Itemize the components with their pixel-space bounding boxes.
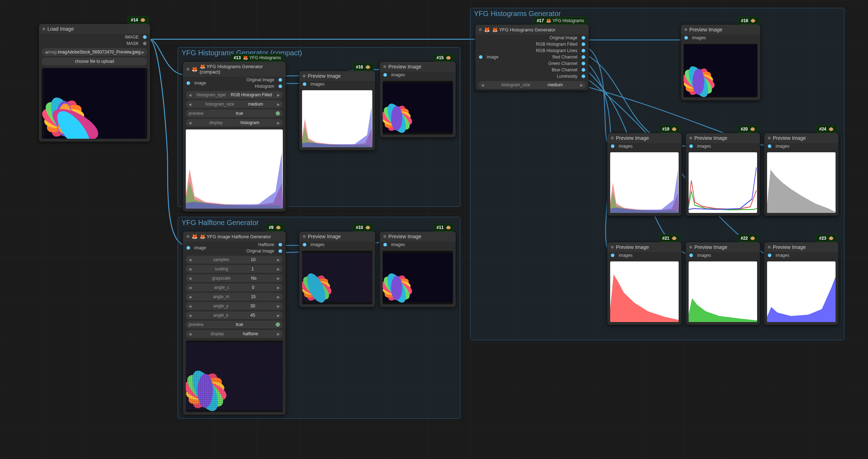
compact-widget-histogram_type[interactable]: ◀histogram_typeRGB Histogram Filled▶ xyxy=(186,91,283,99)
badge-9: #9🐵 xyxy=(266,224,284,231)
hist-size-widget[interactable]: ◀ histogram_size medium ▶ xyxy=(478,81,586,89)
arrow-right-icon[interactable]: ▶ xyxy=(277,286,280,290)
arrow-left-icon[interactable]: ◀ xyxy=(189,121,192,125)
node-preview-10[interactable]: #10🐵 Preview Image images xyxy=(299,231,376,307)
node-preview-24[interactable]: #24🐵 Preview Image images xyxy=(764,133,839,216)
arrow-left-icon[interactable]: ◀ xyxy=(189,304,192,308)
port-out-mask[interactable] xyxy=(143,42,147,45)
badge-11: #11🐵 xyxy=(433,224,454,231)
out-halftone[interactable]: Halftone xyxy=(243,241,286,248)
halftone-widget-preview[interactable]: previewtrue xyxy=(186,321,283,328)
file-selector[interactable]: ◀ imag imagAdobeStock_569372470_Preview.… xyxy=(42,48,147,56)
out-original[interactable]: Original Image xyxy=(243,248,286,254)
node-hist-gen[interactable]: #17🦊 YFG Histograms 🦊🦊 YFG Histograms Ge… xyxy=(475,24,589,91)
halftone-widget-grayscale[interactable]: ◀grayscaleNo▶ xyxy=(186,274,283,282)
output-image[interactable]: IMAGE xyxy=(39,34,150,40)
arrow-left-icon[interactable]: ◀ xyxy=(189,332,192,336)
arrow-left-icon[interactable]: ◀ xyxy=(189,102,192,106)
arrow-left-icon[interactable]: ◀ xyxy=(189,276,192,280)
svg-rect-12 xyxy=(302,90,372,147)
node-compact-gen[interactable]: #13 🦊 YFG Histograms 🦊 🦊 YFG Histograms … xyxy=(183,61,286,212)
compact-widget-preview[interactable]: previewtrue xyxy=(186,109,283,117)
node-preview-16[interactable]: #16🐵 Preview Image images xyxy=(299,71,376,151)
halftone-preview xyxy=(186,341,283,412)
node-preview-19[interactable]: #19🐵 Preview Image images xyxy=(607,133,682,216)
out-rgb-histogram-lines[interactable]: RGB Histogram Lines xyxy=(532,47,589,54)
arrow-left-icon[interactable]: ◀ xyxy=(189,313,192,317)
fox-icon: 🦊 xyxy=(192,234,198,239)
toggle-ball[interactable] xyxy=(276,322,280,327)
canvas[interactable]: YFG Histograms Generator (compact) YFG H… xyxy=(0,0,868,459)
node-preview-20[interactable]: #20🐵 Preview Image images xyxy=(685,133,760,216)
compact-hist-preview xyxy=(186,129,283,209)
in-images-16[interactable]: images xyxy=(299,81,375,87)
svg-rect-55 xyxy=(610,152,679,213)
arrow-right-icon[interactable]: ▶ xyxy=(277,276,280,280)
node-preview-11[interactable]: #11🐵 Preview Image images xyxy=(379,231,456,307)
arrow-left-icon[interactable]: ◀ xyxy=(189,286,192,290)
in-image[interactable]: image xyxy=(183,241,210,254)
node-halftone-gen[interactable]: #9🐵 🦊🦊 YFG Image Halftone Generator imag… xyxy=(183,231,286,415)
out-luminosity[interactable]: Luminosity xyxy=(532,73,589,80)
node-compact-header[interactable]: 🦊 🦊 YFG Histograms Generator (compact) xyxy=(183,62,286,77)
upload-button[interactable]: choose file to upload xyxy=(42,57,147,65)
halftone-widget-display[interactable]: ◀displayhalftone▶ xyxy=(186,330,283,338)
halftone-widget-angle_k[interactable]: ◀angle_k45▶ xyxy=(186,311,283,319)
halftone-widget-angle_m[interactable]: ◀angle_m15▶ xyxy=(186,293,283,301)
node-preview-18[interactable]: #18🐵 Preview Image images xyxy=(680,24,761,101)
svg-rect-56 xyxy=(689,152,757,213)
halftone-widget-angle_c[interactable]: ◀angle_c0▶ xyxy=(186,284,283,291)
halftone-widget-angle_y[interactable]: ◀angle_y30▶ xyxy=(186,302,283,310)
svg-point-54 xyxy=(693,69,704,95)
arrow-left-icon[interactable]: ◀ xyxy=(45,50,47,54)
arrow-right-icon[interactable]: ▶ xyxy=(277,332,280,336)
compact-widget-display[interactable]: ◀displayhistogram▶ xyxy=(186,119,283,127)
compact-title: 🦊 YFG Histograms Generator (compact) xyxy=(200,64,282,75)
halftone-widget-scaling[interactable]: ◀scaling1▶ xyxy=(186,265,283,273)
badge-13: #13 🦊 YFG Histograms xyxy=(230,54,284,62)
out-red-channel[interactable]: Red Channel xyxy=(532,54,589,60)
collapse-dot[interactable] xyxy=(42,27,45,30)
arrow-left-icon[interactable]: ◀ xyxy=(189,93,192,97)
halftone-widget-samples[interactable]: ◀samples10▶ xyxy=(186,256,283,264)
arrow-right-icon[interactable]: ▶ xyxy=(277,267,280,271)
arrow-right-icon[interactable]: ▶ xyxy=(277,313,280,317)
toggle-ball[interactable] xyxy=(276,111,280,116)
arrow-left-icon[interactable]: ◀ xyxy=(189,258,192,262)
badge-15: #15🐵 xyxy=(433,54,454,62)
group-halftone-title: YFG Halftone Generator xyxy=(182,219,259,227)
arrow-right-icon[interactable]: ▶ xyxy=(277,295,280,299)
in-images-15[interactable]: images xyxy=(380,72,456,78)
arrow-left-icon[interactable]: ◀ xyxy=(189,295,192,299)
node-preview-15[interactable]: #15🐵 Preview Image images xyxy=(379,61,456,138)
fox-icon: 🦊 xyxy=(192,66,198,72)
arrow-right-icon[interactable]: ▶ xyxy=(277,304,280,308)
svg-rect-30 xyxy=(186,342,283,410)
arrow-right-icon[interactable]: ▶ xyxy=(277,93,280,97)
node-load-image[interactable]: #14🐵 Load Image IMAGE MASK ◀ imag imagAd… xyxy=(39,24,150,142)
node-preview-21[interactable]: #21🐵 Preview Image images xyxy=(607,242,682,325)
arrow-right-icon[interactable]: ▶ xyxy=(277,102,280,106)
svg-rect-38 xyxy=(302,253,372,302)
arrow-right-icon[interactable]: ▶ xyxy=(277,121,280,125)
out-green-channel[interactable]: Green Channel xyxy=(532,60,589,67)
out-blue-channel[interactable]: Blue Channel xyxy=(532,67,589,73)
node-load-image-header[interactable]: Load Image xyxy=(39,24,150,34)
out-rgb-histogram-filled[interactable]: RGB Histogram Filled xyxy=(532,41,589,47)
badge-16: #16🐵 xyxy=(353,63,374,71)
node-preview-23[interactable]: #23🐵 Preview Image images xyxy=(764,242,839,325)
compact-widget-histogram_size[interactable]: ◀histogram_sizemedium▶ xyxy=(186,100,283,108)
output-mask[interactable]: MASK xyxy=(39,40,150,47)
svg-point-46 xyxy=(391,276,403,300)
out-original-image[interactable]: Original Image xyxy=(532,35,589,41)
out-histogram[interactable]: Histogram xyxy=(243,83,286,90)
port-out-image[interactable] xyxy=(143,35,147,39)
arrow-right-icon[interactable]: ▶ xyxy=(142,50,144,54)
arrow-right-icon[interactable]: ▶ xyxy=(277,258,280,262)
out-original[interactable]: Original Image xyxy=(243,77,286,83)
node-preview-22[interactable]: #22🐵 Preview Image images xyxy=(685,242,760,325)
input-image[interactable]: image xyxy=(183,77,210,90)
badge-17: #17🦊 YFG Histograms xyxy=(533,17,587,25)
arrow-left-icon[interactable]: ◀ xyxy=(189,267,192,271)
svg-rect-11 xyxy=(186,129,283,209)
